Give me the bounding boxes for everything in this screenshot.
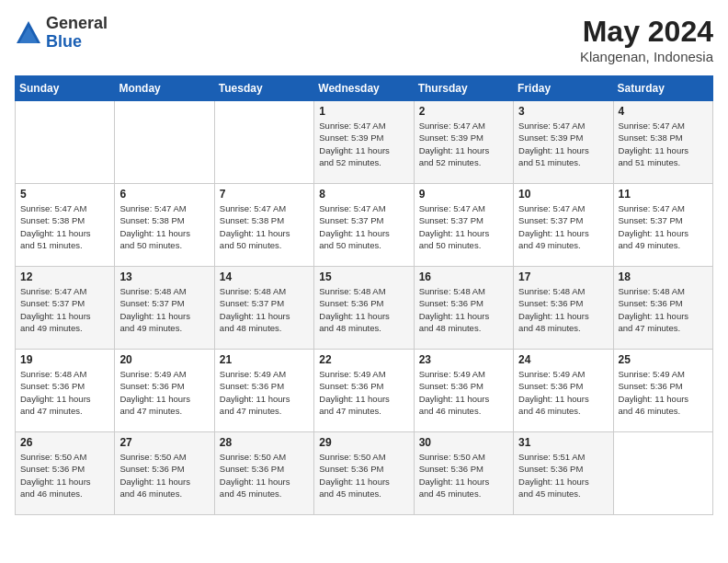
day-info: Sunrise: 5:47 AM Sunset: 5:38 PM Dayligh… [619, 120, 708, 168]
day-number: 22 [319, 353, 408, 366]
week-row-1: 1Sunrise: 5:47 AM Sunset: 5:39 PM Daylig… [16, 101, 713, 184]
header-day-wednesday: Wednesday [314, 76, 414, 101]
day-number: 6 [119, 188, 209, 201]
logo: General Blue [15, 15, 108, 52]
calendar-cell: 22Sunrise: 5:49 AM Sunset: 5:36 PM Dayli… [314, 350, 414, 432]
calendar-cell: 19Sunrise: 5:48 AM Sunset: 5:36 PM Dayli… [16, 350, 115, 432]
day-info: Sunrise: 5:49 AM Sunset: 5:36 PM Dayligh… [220, 368, 309, 417]
calendar-cell: 12Sunrise: 5:47 AM Sunset: 5:37 PM Dayli… [16, 267, 115, 350]
header-day-monday: Monday [115, 76, 214, 101]
day-number: 14 [220, 270, 309, 283]
day-number: 4 [619, 105, 708, 118]
day-number: 2 [419, 105, 508, 118]
calendar-cell: 3Sunrise: 5:47 AM Sunset: 5:39 PM Daylig… [514, 101, 613, 184]
calendar-body: 1Sunrise: 5:47 AM Sunset: 5:39 PM Daylig… [16, 101, 713, 515]
calendar-cell: 29Sunrise: 5:50 AM Sunset: 5:36 PM Dayli… [314, 432, 414, 515]
logo-blue-text: Blue [46, 32, 82, 51]
calendar-cell: 11Sunrise: 5:47 AM Sunset: 5:37 PM Dayli… [613, 184, 712, 267]
day-info: Sunrise: 5:47 AM Sunset: 5:37 PM Dayligh… [319, 202, 408, 251]
calendar-cell: 25Sunrise: 5:49 AM Sunset: 5:36 PM Dayli… [613, 350, 712, 432]
header-day-friday: Friday [514, 76, 613, 101]
day-number: 31 [518, 436, 608, 449]
week-row-3: 12Sunrise: 5:47 AM Sunset: 5:37 PM Dayli… [16, 267, 713, 350]
header-day-sunday: Sunday [16, 76, 115, 101]
day-info: Sunrise: 5:49 AM Sunset: 5:36 PM Dayligh… [518, 368, 608, 417]
calendar-cell: 8Sunrise: 5:47 AM Sunset: 5:37 PM Daylig… [314, 184, 414, 267]
day-info: Sunrise: 5:47 AM Sunset: 5:38 PM Dayligh… [20, 202, 109, 251]
calendar-cell: 13Sunrise: 5:48 AM Sunset: 5:37 PM Dayli… [115, 267, 214, 350]
day-info: Sunrise: 5:47 AM Sunset: 5:37 PM Dayligh… [518, 202, 608, 251]
day-number: 13 [119, 270, 209, 283]
calendar-cell: 6Sunrise: 5:47 AM Sunset: 5:38 PM Daylig… [115, 184, 214, 267]
day-number: 8 [319, 188, 408, 201]
calendar-cell: 26Sunrise: 5:50 AM Sunset: 5:36 PM Dayli… [16, 432, 115, 515]
header-day-saturday: Saturday [613, 76, 712, 101]
day-info: Sunrise: 5:50 AM Sunset: 5:36 PM Dayligh… [319, 451, 408, 500]
day-number: 30 [419, 436, 508, 449]
day-number: 21 [220, 353, 309, 366]
calendar-cell: 16Sunrise: 5:48 AM Sunset: 5:36 PM Dayli… [414, 267, 513, 350]
calendar-cell: 23Sunrise: 5:49 AM Sunset: 5:36 PM Dayli… [414, 350, 513, 432]
day-info: Sunrise: 5:48 AM Sunset: 5:36 PM Dayligh… [319, 285, 408, 334]
day-info: Sunrise: 5:48 AM Sunset: 5:36 PM Dayligh… [419, 285, 508, 334]
calendar-cell [115, 101, 214, 184]
day-number: 15 [319, 270, 408, 283]
day-number: 12 [20, 270, 109, 283]
day-info: Sunrise: 5:47 AM Sunset: 5:38 PM Dayligh… [220, 202, 309, 251]
day-info: Sunrise: 5:47 AM Sunset: 5:37 PM Dayligh… [419, 202, 508, 251]
day-info: Sunrise: 5:48 AM Sunset: 5:36 PM Dayligh… [619, 285, 708, 334]
calendar-cell: 2Sunrise: 5:47 AM Sunset: 5:39 PM Daylig… [414, 101, 513, 184]
calendar-header: SundayMondayTuesdayWednesdayThursdayFrid… [16, 76, 713, 101]
day-info: Sunrise: 5:47 AM Sunset: 5:39 PM Dayligh… [419, 120, 508, 168]
calendar-cell: 4Sunrise: 5:47 AM Sunset: 5:38 PM Daylig… [613, 101, 712, 184]
day-number: 5 [20, 188, 109, 201]
day-number: 20 [119, 353, 209, 366]
calendar-cell: 28Sunrise: 5:50 AM Sunset: 5:36 PM Dayli… [214, 432, 313, 515]
day-info: Sunrise: 5:49 AM Sunset: 5:36 PM Dayligh… [619, 368, 708, 417]
page-header: General Blue May 2024 Klangenan, Indones… [15, 15, 713, 64]
day-info: Sunrise: 5:47 AM Sunset: 5:37 PM Dayligh… [619, 202, 708, 251]
calendar-cell: 15Sunrise: 5:48 AM Sunset: 5:36 PM Dayli… [314, 267, 414, 350]
calendar-cell: 17Sunrise: 5:48 AM Sunset: 5:36 PM Dayli… [514, 267, 613, 350]
calendar-cell: 27Sunrise: 5:50 AM Sunset: 5:36 PM Dayli… [115, 432, 214, 515]
calendar-cell: 31Sunrise: 5:51 AM Sunset: 5:36 PM Dayli… [514, 432, 613, 515]
calendar-table: SundayMondayTuesdayWednesdayThursdayFrid… [15, 75, 713, 515]
day-info: Sunrise: 5:49 AM Sunset: 5:36 PM Dayligh… [419, 368, 508, 417]
day-info: Sunrise: 5:47 AM Sunset: 5:37 PM Dayligh… [20, 285, 109, 334]
day-info: Sunrise: 5:47 AM Sunset: 5:39 PM Dayligh… [518, 120, 608, 168]
day-number: 11 [619, 188, 708, 201]
week-row-2: 5Sunrise: 5:47 AM Sunset: 5:38 PM Daylig… [16, 184, 713, 267]
header-day-tuesday: Tuesday [214, 76, 313, 101]
day-number: 25 [619, 353, 708, 366]
day-info: Sunrise: 5:50 AM Sunset: 5:36 PM Dayligh… [419, 451, 508, 500]
title-block: May 2024 Klangenan, Indonesia [580, 15, 713, 64]
day-number: 27 [119, 436, 209, 449]
day-number: 17 [518, 270, 608, 283]
calendar-cell: 10Sunrise: 5:47 AM Sunset: 5:37 PM Dayli… [514, 184, 613, 267]
day-number: 3 [518, 105, 608, 118]
day-number: 28 [220, 436, 309, 449]
day-number: 23 [419, 353, 508, 366]
day-number: 24 [518, 353, 608, 366]
day-info: Sunrise: 5:50 AM Sunset: 5:36 PM Dayligh… [220, 451, 309, 500]
calendar-cell: 18Sunrise: 5:48 AM Sunset: 5:36 PM Dayli… [613, 267, 712, 350]
day-info: Sunrise: 5:48 AM Sunset: 5:36 PM Dayligh… [518, 285, 608, 334]
day-number: 7 [220, 188, 309, 201]
week-row-5: 26Sunrise: 5:50 AM Sunset: 5:36 PM Dayli… [16, 432, 713, 515]
month-year-title: May 2024 [580, 15, 713, 49]
day-number: 26 [20, 436, 109, 449]
day-number: 1 [319, 105, 408, 118]
calendar-cell: 5Sunrise: 5:47 AM Sunset: 5:38 PM Daylig… [16, 184, 115, 267]
calendar-cell: 30Sunrise: 5:50 AM Sunset: 5:36 PM Dayli… [414, 432, 513, 515]
day-info: Sunrise: 5:48 AM Sunset: 5:37 PM Dayligh… [220, 285, 309, 334]
calendar-cell [16, 101, 115, 184]
calendar-cell: 1Sunrise: 5:47 AM Sunset: 5:39 PM Daylig… [314, 101, 414, 184]
calendar-cell: 9Sunrise: 5:47 AM Sunset: 5:37 PM Daylig… [414, 184, 513, 267]
day-info: Sunrise: 5:48 AM Sunset: 5:37 PM Dayligh… [119, 285, 209, 334]
day-number: 19 [20, 353, 109, 366]
day-number: 18 [619, 270, 708, 283]
day-info: Sunrise: 5:47 AM Sunset: 5:38 PM Dayligh… [119, 202, 209, 251]
calendar-cell [214, 101, 313, 184]
logo-general-text: General [46, 14, 108, 32]
location-subtitle: Klangenan, Indonesia [580, 49, 713, 64]
